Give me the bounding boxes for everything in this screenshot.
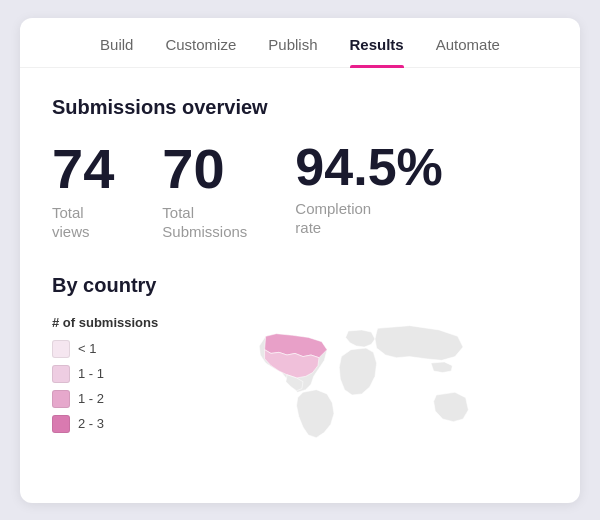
legend-item-3: 2 - 3: [52, 415, 162, 433]
legend-label-3: 2 - 3: [78, 416, 104, 431]
world-map-svg: [186, 315, 548, 475]
nav-automate[interactable]: Automate: [436, 36, 500, 67]
world-map-container: [186, 315, 548, 475]
map-legend: # of submissions < 1 1 - 1 1 - 2 2 - 3: [52, 315, 162, 475]
legend-item-1: 1 - 1: [52, 365, 162, 383]
legend-color-0: [52, 340, 70, 358]
nav-customize[interactable]: Customize: [165, 36, 236, 67]
legend-label-2: 1 - 2: [78, 391, 104, 406]
legend-label-0: < 1: [78, 341, 96, 356]
by-country-title: By country: [52, 274, 548, 297]
main-card: Build Customize Publish Results Automate…: [20, 18, 580, 503]
nav-publish[interactable]: Publish: [268, 36, 317, 67]
legend-item-2: 1 - 2: [52, 390, 162, 408]
nav-results[interactable]: Results: [350, 36, 404, 67]
legend-item-0: < 1: [52, 340, 162, 358]
stat-completion-rate: 94.5% Completionrate: [295, 141, 442, 242]
overview-title: Submissions overview: [52, 96, 548, 119]
content-area: Submissions overview 74 Totalviews 70 To…: [20, 68, 580, 503]
legend-title: # of submissions: [52, 315, 162, 330]
legend-color-2: [52, 390, 70, 408]
stat-total-submissions: 70 TotalSubmissions: [162, 141, 247, 242]
nav-build[interactable]: Build: [100, 36, 133, 67]
stat-completion-value: 94.5%: [295, 141, 442, 193]
stats-row: 74 Totalviews 70 TotalSubmissions 94.5% …: [52, 141, 548, 242]
stat-views-label: Totalviews: [52, 203, 114, 242]
stat-total-views: 74 Totalviews: [52, 141, 114, 242]
stat-submissions-label: TotalSubmissions: [162, 203, 247, 242]
legend-label-1: 1 - 1: [78, 366, 104, 381]
nav-bar: Build Customize Publish Results Automate: [20, 18, 580, 68]
legend-color-3: [52, 415, 70, 433]
stat-completion-label: Completionrate: [295, 199, 442, 238]
stat-submissions-value: 70: [162, 141, 247, 197]
legend-color-1: [52, 365, 70, 383]
stat-views-value: 74: [52, 141, 114, 197]
map-section: # of submissions < 1 1 - 1 1 - 2 2 - 3: [52, 315, 548, 475]
